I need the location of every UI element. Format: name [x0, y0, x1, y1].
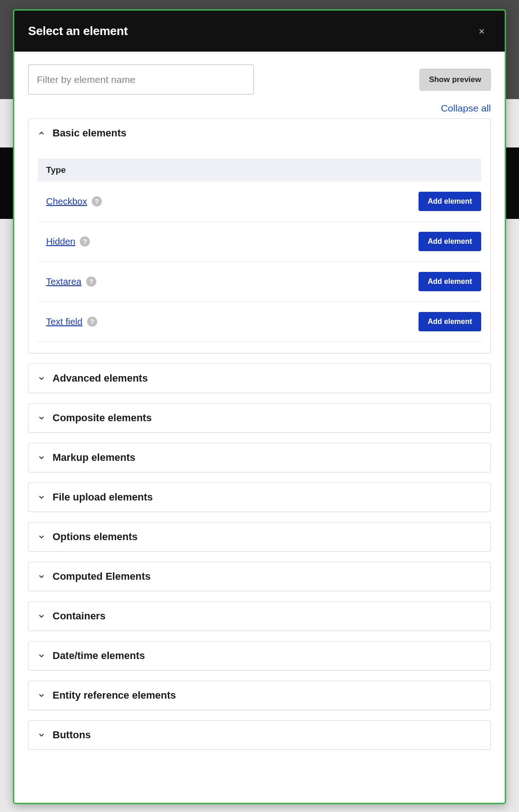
- section-header-advanced[interactable]: Advanced elements: [29, 364, 490, 393]
- help-icon[interactable]: ?: [80, 236, 90, 247]
- help-icon[interactable]: ?: [92, 196, 102, 206]
- modal-body: Show preview Collapse all Basic elements…: [14, 52, 505, 778]
- collapse-row: Collapse all: [28, 103, 491, 114]
- section-markup-elements: Markup elements: [28, 443, 491, 472]
- section-title: Markup elements: [53, 452, 136, 464]
- section-datetime-elements: Date/time elements: [28, 641, 491, 671]
- close-icon: [478, 27, 486, 35]
- element-link-checkbox[interactable]: Checkbox: [46, 196, 87, 207]
- type-column-header: Type: [38, 159, 481, 182]
- section-title: Computed Elements: [53, 571, 151, 583]
- chevron-down-icon: [37, 572, 46, 581]
- section-title: Composite elements: [53, 412, 152, 424]
- element-link-text-field[interactable]: Text field: [46, 317, 83, 327]
- section-basic-elements: Basic elements Type Checkbox ? Add eleme…: [28, 118, 491, 353]
- section-computed-elements: Computed Elements: [28, 562, 491, 591]
- element-row-text-field: Text field ? Add element: [38, 302, 481, 342]
- section-title: Options elements: [53, 531, 138, 543]
- add-element-button[interactable]: Add element: [419, 232, 481, 251]
- section-header-markup[interactable]: Markup elements: [29, 443, 490, 472]
- section-advanced-elements: Advanced elements: [28, 364, 491, 393]
- show-preview-button[interactable]: Show preview: [419, 69, 491, 91]
- element-left: Hidden ?: [46, 236, 90, 247]
- section-header-options[interactable]: Options elements: [29, 523, 490, 551]
- chevron-up-icon: [37, 129, 46, 138]
- modal-header: Select an element: [14, 11, 505, 52]
- section-header-basic[interactable]: Basic elements: [29, 119, 490, 147]
- chevron-down-icon: [37, 453, 46, 462]
- section-header-containers[interactable]: Containers: [29, 602, 490, 630]
- section-title: Basic elements: [53, 127, 126, 139]
- help-icon[interactable]: ?: [86, 277, 96, 287]
- close-button[interactable]: [472, 22, 491, 41]
- add-element-button[interactable]: Add element: [419, 272, 481, 291]
- section-header-buttons[interactable]: Buttons: [29, 721, 490, 749]
- element-left: Textarea ?: [46, 277, 96, 287]
- element-link-hidden[interactable]: Hidden: [46, 236, 75, 247]
- element-row-hidden: Hidden ? Add element: [38, 222, 481, 262]
- section-file-upload-elements: File upload elements: [28, 482, 491, 512]
- modal-title: Select an element: [28, 24, 128, 38]
- chevron-down-icon: [37, 413, 46, 423]
- chevron-down-icon: [37, 493, 46, 502]
- section-buttons: Buttons: [28, 720, 491, 750]
- select-element-modal: Select an element Show preview Collapse …: [13, 9, 506, 804]
- section-entity-reference-elements: Entity reference elements: [28, 681, 491, 710]
- section-header-file-upload[interactable]: File upload elements: [29, 483, 490, 512]
- section-body-basic: Type Checkbox ? Add element Hidden ? Add…: [29, 147, 490, 353]
- chevron-down-icon: [37, 612, 46, 621]
- help-icon[interactable]: ?: [87, 317, 97, 327]
- add-element-button[interactable]: Add element: [419, 192, 481, 211]
- section-title: Advanced elements: [53, 372, 148, 384]
- section-title: File upload elements: [53, 491, 153, 503]
- section-header-composite[interactable]: Composite elements: [29, 404, 490, 432]
- chevron-down-icon: [37, 374, 46, 383]
- chevron-down-icon: [37, 730, 46, 740]
- element-link-textarea[interactable]: Textarea: [46, 277, 82, 287]
- element-row-textarea: Textarea ? Add element: [38, 262, 481, 302]
- chevron-down-icon: [37, 532, 46, 541]
- element-left: Checkbox ?: [46, 196, 102, 207]
- section-containers: Containers: [28, 601, 491, 631]
- section-header-computed[interactable]: Computed Elements: [29, 562, 490, 591]
- chevron-down-icon: [37, 651, 46, 660]
- section-title: Containers: [53, 610, 106, 622]
- add-element-button[interactable]: Add element: [419, 312, 481, 331]
- section-title: Date/time elements: [53, 650, 145, 662]
- filter-input[interactable]: [28, 65, 254, 94]
- section-options-elements: Options elements: [28, 522, 491, 552]
- section-title: Buttons: [53, 729, 91, 741]
- element-left: Text field ?: [46, 317, 97, 327]
- chevron-down-icon: [37, 691, 46, 700]
- section-composite-elements: Composite elements: [28, 403, 491, 433]
- section-header-entity-ref[interactable]: Entity reference elements: [29, 681, 490, 710]
- section-title: Entity reference elements: [53, 689, 176, 701]
- section-header-datetime[interactable]: Date/time elements: [29, 641, 490, 670]
- top-row: Show preview: [28, 65, 491, 94]
- element-row-checkbox: Checkbox ? Add element: [38, 182, 481, 222]
- collapse-all-link[interactable]: Collapse all: [441, 103, 491, 113]
